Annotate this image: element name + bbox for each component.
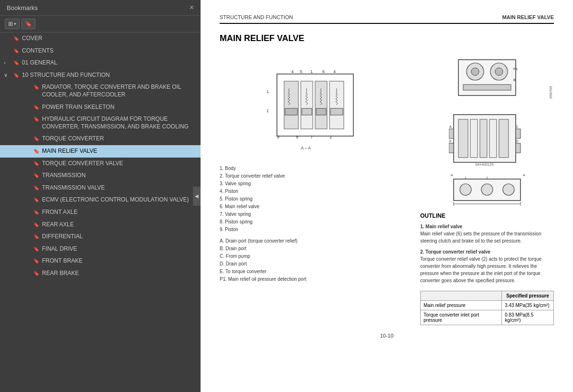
aa-section-diagram: A A [449,174,525,208]
content-right: P1 B A [420,55,554,325]
svg-text:8: 8 [296,135,298,139]
expand-toggle-01-general[interactable]: › [4,59,11,66]
content-body: 4 5 1 6 4 9 8 7 2 1 1 A – A [220,55,554,325]
parts-list-item: 1. Body [220,165,411,172]
sidebar-item-main-relief-valve[interactable]: 🔖MAIN RELIEF VALVE [0,145,201,158]
content-left: 4 5 1 6 4 9 8 7 2 1 1 A – A [220,55,411,325]
svg-rect-29 [458,119,468,158]
sidebar-item-rear-axle[interactable]: 🔖REAR AXLE [0,219,201,231]
spec-table-cell: 3.43 MPa(35 kg/cm²) [502,301,554,310]
ports-list-item: A. Drain port (torque converter relief) [220,237,411,245]
toolbar-bookmark-btn[interactable]: 🔖 [21,19,35,29]
sidebar-item-contents[interactable]: 🔖CONTENTS [0,45,201,57]
svg-rect-35 [449,143,454,153]
ports-list-item: C. From pump [220,253,411,260]
sidebar-item-label: TORQUE CONVERTER [42,135,197,143]
parts-list-item: 4. Piston [220,188,411,195]
bookmark-icon: 🔖 [13,60,20,66]
svg-text:D: D [516,139,519,143]
svg-point-22 [471,68,479,75]
sidebar-item-label: DIFFERENTIAL [42,233,197,241]
sidebar-item-label: RADIATOR, TORQUE CONVERTER AND BRAKE OIL… [42,84,197,98]
parts-list-item: 8. Piston spring [220,218,411,226]
svg-text:2: 2 [329,135,332,139]
outline-item-title: 1. Main relief valve [420,223,554,230]
sidebar-item-label: ECMV (ELECTRONIC CONTROL MODULATION VALV… [42,196,197,204]
bookmark-icon: 🔖 [33,172,40,179]
bookmark-icon: 🔖 [33,185,40,191]
svg-text:4: 4 [291,69,294,74]
close-button[interactable]: × [188,3,196,12]
bookmark-icon: 🔖 [33,84,40,90]
sidebar-item-power-train[interactable]: 🔖POWER TRAIN SKELETON [0,101,201,114]
sidebar-item-label: 10 STRUCTURE AND FUNCTION [22,72,197,79]
svg-text:A: A [523,174,525,177]
parts-list-item: 2. Torque converter relief valve [220,172,411,180]
diagram-aa-label: A – A [301,146,311,150]
bookmark-icon: 🔖 [33,116,40,122]
bookmark-icon: 🔖 [33,136,40,142]
parts-list-item: 3. Valve spring [220,180,411,188]
svg-text:E: E [449,139,452,143]
sidebar-item-label: FINAL DRIVE [42,245,197,253]
svg-text:1: 1 [266,108,269,113]
spec-table-row: Main relief pressure3.43 MPa(35 kg/cm²) [421,301,554,310]
sidebar-collapse-button[interactable]: ◀ [193,187,201,206]
bookmark-icon: 🔖 [33,104,40,110]
ports-list-item: P1. Main relief oil pressure detection p… [220,275,411,283]
sidebar-item-label: FRONT AXLE [42,209,197,216]
vertical-label: 056705 [549,86,553,99]
sidebar-item-hydraulic-circuit[interactable]: 🔖HYDRAULIC CIRCUIT DIAGRAM FOR TORQUE CO… [0,113,201,133]
sidebar-header: Bookmarks × [0,0,201,16]
main-content: STRUCTURE AND FUNCTION MAIN RELIEF VALVE… [201,0,573,392]
sidebar-item-torque-converter-valve[interactable]: 🔖TORQUE CONVERTER VALVE [0,158,201,170]
sidebar-item-cover[interactable]: 🔖COVER [0,32,201,45]
sidebar-item-front-axle[interactable]: 🔖FRONT AXLE [0,206,201,219]
svg-rect-7 [316,108,326,115]
main-diagram-svg: 4 5 1 6 4 9 8 7 2 1 1 A – A [263,55,368,155]
spec-table-cell: Main relief pressure [421,301,502,310]
page-header-right: MAIN RELIEF VALVE [502,14,554,20]
outline-item: 2. Torque converter relief valveTorque c… [420,248,554,284]
sidebar-item-torque-converter[interactable]: 🔖TORQUE CONVERTER [0,133,201,145]
sidebar-item-ecmv[interactable]: 🔖ECMV (ELECTRONIC CONTROL MODULATION VAL… [0,194,201,206]
page-number: 10-10 [220,333,554,339]
svg-rect-32 [489,119,497,158]
sidebar-item-final-drive[interactable]: 🔖FINAL DRIVE [0,243,201,255]
sidebar: Bookmarks × ⊞▾ 🔖 🔖COVER🔖CONTENTS›🔖01 GEN… [0,0,201,392]
svg-rect-5 [285,108,297,115]
svg-rect-31 [480,119,487,158]
expand-toggle-10-structure[interactable]: ∨ [4,72,11,78]
sidebar-item-radiator[interactable]: 🔖RADIATOR, TORQUE CONVERTER AND BRAKE OI… [0,81,201,101]
sidebar-item-differential[interactable]: 🔖DIFFERENTIAL [0,231,201,243]
bookmark-icon: 🔖 [33,197,40,203]
sidebar-item-transmission[interactable]: 🔖TRANSMISSION [0,170,201,182]
sidebar-item-01-general[interactable]: ›🔖01 GENERAL [0,57,201,69]
sidebar-toolbar: ⊞▾ 🔖 [0,16,201,32]
sidebar-item-front-brake[interactable]: 🔖FRONT BRAKE [0,255,201,267]
sidebar-item-label: CONTENTS [22,47,197,55]
bookmark-icon: 🔖 [33,270,40,276]
ports-list: A. Drain port (torque converter relief)B… [220,237,411,283]
sidebar-title: Bookmarks [7,4,38,11]
sidebar-item-rear-brake[interactable]: 🔖REAR BRAKE [0,267,201,280]
sidebar-item-transmission-valve[interactable]: 🔖TRANSMISSION VALVE [0,182,201,194]
toolbar-expand-btn[interactable]: ⊞▾ [5,19,20,29]
document-title: MAIN RELIEF VALVE [220,33,554,43]
sidebar-item-label: POWER TRAIN SKELETON [42,104,197,111]
svg-text:6: 6 [322,69,325,74]
sidebar-item-label: REAR BRAKE [42,270,197,277]
sidebar-item-label: TORQUE CONVERTER VALVE [42,160,197,168]
bookmark-icon: 🔖 [13,72,20,78]
svg-text:A: A [449,125,452,128]
bookmark-icon: 🔖 [33,246,40,252]
svg-text:5: 5 [300,69,302,74]
sidebar-item-label: TRANSMISSION [42,172,197,180]
sidebar-item-10-structure[interactable]: ∨🔖10 STRUCTURE AND FUNCTION [0,69,201,82]
svg-point-43 [460,184,471,195]
parts-list-item: 7. Valve spring [220,211,411,218]
sidebar-item-label: REAR AXLE [42,221,197,229]
sidebar-item-label: 01 GENERAL [22,59,197,67]
sidebar-item-label: COVER [22,35,197,42]
bookmark-icon: 🔖 [33,160,40,167]
